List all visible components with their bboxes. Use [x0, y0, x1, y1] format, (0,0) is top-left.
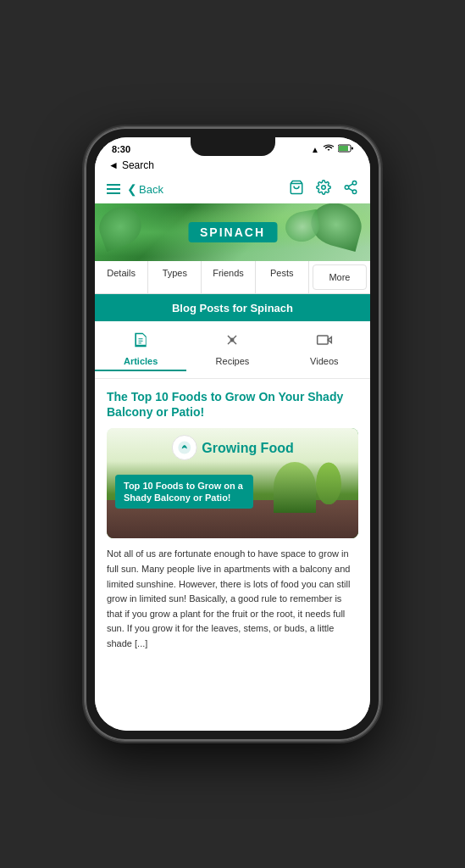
- top-nav: ❮ Back: [95, 175, 370, 203]
- nav-right: [289, 180, 358, 198]
- svg-line-8: [348, 188, 352, 191]
- articles-icon: [132, 331, 149, 353]
- tab-bar: Details Types Friends Pests More: [95, 261, 370, 294]
- videos-icon: [316, 331, 333, 353]
- svg-rect-13: [317, 336, 328, 344]
- notch: [191, 137, 275, 156]
- cart-icon[interactable]: [289, 180, 304, 198]
- article-image-card: Growing Food Top 10 Foods to Grow on a S…: [107, 428, 358, 538]
- svg-rect-1: [339, 146, 348, 151]
- tab-articles[interactable]: Articles: [95, 328, 186, 371]
- hero-title-badge: SPINACH: [188, 222, 277, 242]
- growing-food-text: Growing Food: [202, 441, 293, 456]
- blog-header-text: Blog Posts for Spinach: [172, 302, 293, 314]
- overlay-text-box: Top 10 Foods to Grow on a Shady Balcony …: [115, 475, 253, 509]
- status-time: 8:30: [112, 144, 130, 154]
- back-button-label: Back: [139, 183, 163, 196]
- svg-point-5: [352, 181, 357, 186]
- tab-recipes-label: Recipes: [216, 356, 250, 366]
- tab-recipes[interactable]: Recipes: [186, 328, 278, 371]
- tab-more[interactable]: More: [313, 264, 367, 290]
- phone-screen: 8:30 ▲: [95, 137, 370, 731]
- settings-icon[interactable]: [316, 180, 331, 198]
- nav-left: ❮ Back: [107, 182, 163, 196]
- growing-food-logo: [171, 435, 197, 460]
- plant-decoration-2: [274, 462, 316, 513]
- share-icon[interactable]: [343, 180, 358, 198]
- recipes-icon: [224, 331, 241, 353]
- article-title: The Top 10 Foods to Grow On Your Shady B…: [107, 389, 358, 420]
- svg-point-7: [352, 190, 357, 194]
- tab-types[interactable]: Types: [148, 261, 202, 293]
- tab-articles-label: Articles: [124, 356, 158, 366]
- chevron-left-icon: ❮: [127, 182, 137, 196]
- blog-header: Blog Posts for Spinach: [95, 294, 370, 321]
- phone-frame: 8:30 ▲: [85, 127, 380, 741]
- article-body: Not all of us are fortunate enough to ha…: [107, 547, 358, 651]
- scroll-content: The Top 10 Foods to Grow On Your Shady B…: [95, 379, 370, 731]
- svg-point-4: [322, 186, 326, 190]
- back-button[interactable]: ❮ Back: [127, 182, 163, 196]
- tab-pests[interactable]: Pests: [256, 261, 309, 293]
- svg-rect-2: [352, 147, 353, 150]
- svg-line-9: [348, 184, 352, 186]
- status-icons: ▲: [311, 144, 353, 154]
- plant-decoration-1: [316, 462, 341, 504]
- wifi-icon: [323, 144, 335, 154]
- leaf-decoration-1: [95, 203, 147, 252]
- leaf-decoration-3: [283, 209, 321, 244]
- hero-image: SPINACH: [95, 203, 370, 261]
- tab-friends[interactable]: Friends: [202, 261, 255, 293]
- battery-icon: [338, 144, 353, 154]
- signal-icon: ▲: [311, 145, 319, 154]
- tab-details[interactable]: Details: [95, 261, 148, 293]
- hero-title-text: SPINACH: [200, 225, 265, 239]
- tab-videos[interactable]: Videos: [279, 328, 370, 371]
- hamburger-icon[interactable]: [107, 184, 120, 194]
- growing-food-badge: Growing Food: [171, 435, 293, 460]
- back-arrow-icon: ◄: [108, 159, 119, 171]
- svg-point-6: [345, 186, 349, 190]
- search-back-bar: ◄ Search: [95, 158, 370, 175]
- content-type-tabs: Articles Recipes: [95, 321, 370, 379]
- search-label[interactable]: Search: [122, 159, 154, 171]
- tab-videos-label: Videos: [310, 356, 338, 366]
